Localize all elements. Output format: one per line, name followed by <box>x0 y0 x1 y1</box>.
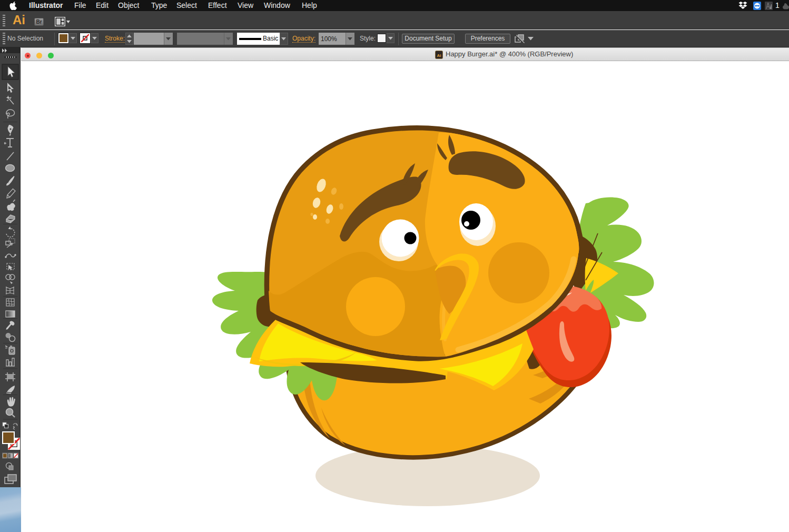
svg-text:Ai: Ai <box>437 53 441 58</box>
